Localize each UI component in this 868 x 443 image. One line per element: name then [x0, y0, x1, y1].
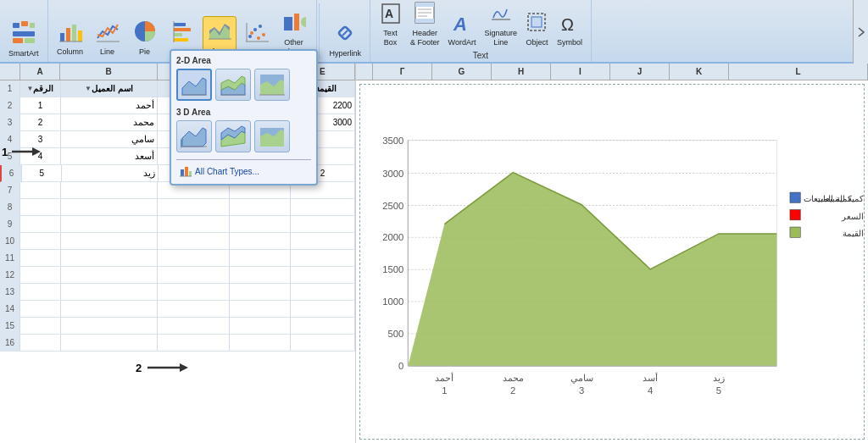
chart-svg: 0 500 1000 1500 2000 2500 3000 3500: [360, 85, 864, 439]
col-k-header[interactable]: K: [670, 64, 729, 80]
svg-rect-14: [174, 28, 191, 31]
table-row: 15: [0, 318, 355, 335]
svg-text:4: 4: [648, 385, 653, 396]
wordart-icon: A: [452, 10, 472, 37]
column-chart-icon: [58, 19, 82, 47]
table-row: 16: [0, 335, 355, 352]
object-label: Object: [526, 38, 548, 47]
symbol-button[interactable]: Ω Symbol: [554, 8, 586, 49]
annotation-2-arrow: [146, 360, 188, 375]
area-2d-1-option[interactable]: [176, 69, 212, 101]
wordart-button[interactable]: A WordArt: [445, 8, 480, 49]
svg-text:زيد: زيد: [713, 373, 725, 384]
area-3d-3-option[interactable]: [254, 120, 290, 152]
annotation-2: 2: [136, 360, 188, 375]
col-i-header[interactable]: I: [551, 64, 610, 80]
line-chart-button[interactable]: Line: [91, 18, 125, 58]
svg-text:2500: 2500: [382, 201, 403, 211]
table-row: 10: [0, 233, 355, 250]
ribbon-scroll-right[interactable]: [853, 0, 868, 64]
svg-text:محمد: محمد: [503, 373, 524, 383]
svg-rect-16: [174, 38, 188, 42]
svg-rect-101: [790, 210, 800, 220]
smartart-icon: [11, 19, 36, 48]
hyperlink-button[interactable]: Hyperlink: [326, 19, 365, 60]
pie-chart-button[interactable]: Pie: [128, 18, 162, 58]
ribbon: SmartArt Column: [0, 0, 868, 64]
area-2d-2-option[interactable]: [215, 69, 251, 101]
col-h-header[interactable]: H: [492, 64, 551, 80]
table-row: 14: [0, 301, 355, 318]
chart-2d-icons: [176, 69, 311, 101]
svg-rect-7: [66, 28, 70, 42]
svg-marker-67: [180, 363, 188, 372]
col-b-header[interactable]: B: [60, 64, 157, 80]
svg-point-22: [253, 28, 257, 31]
ribbon-group-hyperlink: Hyperlink: [321, 0, 371, 62]
svg-rect-4: [13, 38, 23, 43]
svg-rect-61: [185, 167, 188, 176]
svg-rect-98: [790, 192, 800, 202]
table-row: 13: [0, 284, 355, 301]
scatter-chart-icon: [245, 19, 269, 47]
filter-row-num: 1: [0, 80, 20, 97]
svg-text:سامي: سامي: [570, 373, 593, 384]
svg-text:0: 0: [398, 361, 403, 371]
svg-rect-62: [189, 171, 192, 176]
column-label: Column: [57, 47, 83, 57]
ribbon-group-text: A Text Box Header & Footer: [370, 0, 592, 62]
svg-text:3: 3: [579, 385, 584, 396]
svg-point-26: [257, 36, 260, 40]
svg-point-21: [248, 35, 252, 38]
symbol-label: Symbol: [557, 38, 582, 47]
svg-rect-2: [30, 23, 35, 28]
smartart-button[interactable]: SmartArt: [5, 18, 42, 60]
filter-col-a[interactable]: الرقم ▼: [20, 80, 61, 97]
filter-col-b[interactable]: اسم العميل ▼: [61, 80, 158, 97]
pie-chart-icon: [133, 19, 157, 47]
signature-line-label: Signature Line: [484, 29, 517, 47]
table-row: 12: [0, 267, 355, 284]
col-l-header[interactable]: L: [729, 64, 868, 80]
smartart-label: SmartArt: [8, 49, 39, 58]
bar-chart-icon: [170, 19, 194, 47]
svg-rect-8: [72, 25, 76, 42]
signature-line-button[interactable]: Signature Line: [481, 0, 520, 49]
col-г-header[interactable]: Г: [373, 64, 432, 80]
svg-rect-6: [60, 33, 64, 42]
all-chart-types-button[interactable]: All Chart Types...: [176, 163, 311, 179]
table-row: 8: [0, 199, 355, 216]
svg-point-24: [250, 31, 253, 35]
right-panel: Г G H I J K L: [356, 64, 868, 443]
column-chart-button[interactable]: Column: [53, 18, 87, 58]
svg-rect-0: [13, 23, 19, 28]
dropdown-3d-title: 3 D Area: [176, 108, 311, 117]
area-2d-3-option[interactable]: [254, 69, 290, 101]
col-a-header[interactable]: A: [20, 64, 61, 80]
area-chart-icon: [208, 19, 231, 46]
pie-label: Pie: [139, 47, 150, 57]
svg-rect-60: [181, 169, 184, 176]
row-num-header: [0, 64, 20, 80]
svg-line-31: [342, 30, 348, 36]
col-j-header[interactable]: J: [610, 64, 670, 80]
col-g-header[interactable]: G: [432, 64, 492, 80]
svg-point-23: [259, 25, 262, 28]
svg-text:القيمة: القيمة: [843, 229, 864, 238]
svg-text:Ω: Ω: [561, 15, 574, 34]
all-charts-label: All Chart Types...: [195, 167, 259, 176]
object-button[interactable]: Object: [522, 8, 552, 49]
svg-text:1500: 1500: [382, 264, 403, 274]
svg-text:2: 2: [510, 385, 515, 396]
svg-rect-36: [415, 19, 434, 23]
area-3d-1-option[interactable]: [176, 120, 212, 152]
chart-area[interactable]: 0 500 1000 1500 2000 2500 3000 3500: [359, 84, 865, 440]
svg-rect-1: [21, 21, 28, 26]
object-icon: [526, 10, 547, 37]
svg-text:1000: 1000: [382, 296, 403, 307]
text-box-button[interactable]: A Text Box: [376, 0, 405, 49]
area-3d-2-option[interactable]: [215, 120, 251, 152]
hyperlink-icon: [333, 21, 357, 48]
header-footer-button[interactable]: Header & Footer: [407, 0, 443, 49]
content-area: A B C D E 1 1 الرقم ▼ اسم العميل ▼: [0, 64, 868, 443]
